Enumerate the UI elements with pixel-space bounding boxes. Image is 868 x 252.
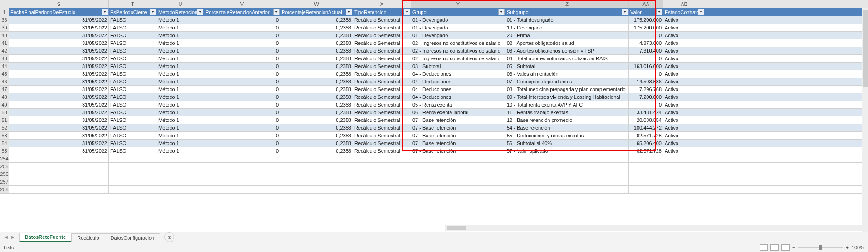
cell-W[interactable]: 0,2358 (280, 147, 353, 155)
cell-Y[interactable]: 02 - Ingresos no constitutivos de salari… (411, 47, 505, 54)
cell-V[interactable] (204, 178, 280, 185)
cell-W[interactable]: 0,2358 (280, 32, 353, 39)
header-cell-Z[interactable]: Subgrupo (505, 8, 629, 16)
filter-dropdown-icon[interactable] (150, 9, 156, 15)
cell-X[interactable]: Recálculo Semestral (353, 39, 411, 47)
cell-S[interactable]: 31/05/2022 (9, 32, 109, 39)
cell-Z[interactable]: 07 - Conceptos dependientes (505, 78, 629, 85)
table-row[interactable]: 5131/05/2022FALSOMétodo 100,2358Recálcul… (0, 116, 868, 124)
cell-S[interactable] (9, 170, 109, 178)
cell-W[interactable]: 0,2358 (280, 140, 353, 147)
cell-AA[interactable]: 14.593.536 (629, 78, 663, 85)
view-normal-button[interactable] (760, 244, 768, 251)
cell-Z[interactable]: 08 - Total medicina prepagada y plan com… (505, 86, 629, 93)
cell-AA[interactable]: 163.016.000 (629, 63, 663, 70)
cell-Y[interactable] (411, 178, 505, 185)
column-letter-Y[interactable]: Y (411, 0, 505, 8)
cell-Y[interactable]: 07 - Base retención (411, 140, 505, 147)
filter-dropdown-icon[interactable] (404, 9, 410, 15)
table-row[interactable]: 5431/05/2022FALSOMétodo 100,2358Recálcul… (0, 140, 868, 147)
cell-W[interactable]: 0,2358 (280, 70, 353, 78)
cell-S[interactable]: 31/05/2022 (9, 101, 109, 108)
table-row[interactable]: 5331/05/2022FALSOMétodo 100,2358Recálcul… (0, 132, 868, 140)
cell-T[interactable]: FALSO (109, 116, 157, 124)
cell-X[interactable] (353, 178, 411, 185)
row-number[interactable]: 42 (0, 47, 9, 54)
data-grid[interactable]: 3831/05/2022FALSOMétodo 100,2358Recálcul… (0, 16, 868, 194)
cell-W[interactable]: 0,2358 (280, 24, 353, 31)
zoom-control[interactable]: − + 100% (792, 245, 864, 250)
cell-Y[interactable] (411, 186, 505, 193)
header-cell-W[interactable]: PorcentajeRetencionActual (280, 8, 353, 16)
table-row[interactable]: 4831/05/2022FALSOMétodo 100,2358Recálcul… (0, 93, 868, 101)
cell-AA[interactable]: 0 (629, 32, 663, 39)
cell-S[interactable] (9, 155, 109, 162)
cell-S[interactable] (9, 186, 109, 193)
cell-AB[interactable]: Activo (663, 86, 705, 93)
filter-dropdown-icon[interactable] (498, 9, 505, 15)
cell-AB[interactable]: Activo (663, 93, 705, 101)
zoom-slider-thumb[interactable] (819, 245, 822, 250)
cell-T[interactable]: FALSO (109, 32, 157, 39)
cell-U[interactable]: Método 1 (157, 39, 204, 47)
cell-V[interactable]: 0 (204, 16, 280, 24)
cell-S[interactable]: 31/05/2022 (9, 63, 109, 70)
cell-U[interactable]: Método 1 (157, 132, 204, 139)
cell-V[interactable]: 0 (204, 124, 280, 131)
column-letter-S[interactable]: S (9, 0, 109, 8)
row-number[interactable]: 54 (0, 140, 9, 147)
header-cell-AB[interactable]: EstadoContrato (663, 8, 705, 16)
cell-Z[interactable]: 11 - Rentas trabajo exentas (505, 109, 629, 116)
cell-V[interactable] (204, 186, 280, 193)
cell-U[interactable]: Método 1 (157, 124, 204, 131)
cell-U[interactable]: Método 1 (157, 101, 204, 108)
cell-AA[interactable] (629, 163, 663, 170)
cell-AB[interactable]: Activo (663, 16, 705, 24)
cell-U[interactable] (157, 178, 204, 185)
cell-U[interactable]: Método 1 (157, 47, 204, 54)
table-row[interactable]: 4331/05/2022FALSOMétodo 100,2358Recálcul… (0, 55, 868, 63)
cell-Y[interactable]: 02 - Ingresos no constitutivos de salari… (411, 55, 505, 62)
row-number[interactable]: 255 (0, 163, 9, 170)
cell-U[interactable] (157, 186, 204, 193)
cell-W[interactable]: 0,2358 (280, 55, 353, 62)
cell-AB[interactable]: Activo (663, 132, 705, 139)
cell-T[interactable]: FALSO (109, 109, 157, 116)
filter-dropdown-icon[interactable] (698, 9, 704, 15)
cell-AB[interactable]: Activo (663, 32, 705, 39)
cell-AA[interactable]: 7.200.000 (629, 93, 663, 101)
table-row[interactable]: 5031/05/2022FALSOMétodo 100,2358Recálcul… (0, 109, 868, 116)
column-letter-W[interactable]: W (280, 0, 353, 8)
filter-dropdown-icon[interactable] (622, 9, 628, 15)
cell-X[interactable]: Recálculo Semestral (353, 70, 411, 78)
cell-AB[interactable] (663, 178, 705, 185)
cell-S[interactable]: 31/05/2022 (9, 70, 109, 78)
view-page-break-button[interactable] (781, 244, 790, 251)
row-number[interactable]: 48 (0, 93, 9, 101)
column-letter-V[interactable]: V (204, 0, 280, 8)
cell-Z[interactable]: 04 - Total aportes voluntarios cotizació… (505, 55, 629, 62)
table-row[interactable]: 3931/05/2022FALSOMétodo 100,2358Recálcul… (0, 24, 868, 32)
cell-Y[interactable]: 01 - Devengado (411, 32, 505, 39)
tab-nav-buttons[interactable]: ◄ ► (0, 234, 19, 240)
cell-AA[interactable]: 0 (629, 70, 663, 78)
cell-Y[interactable]: 02 - Ingresos no constitutivos de salari… (411, 39, 505, 47)
cell-X[interactable]: Recálculo Semestral (353, 16, 411, 24)
cell-AA[interactable]: 7.310.400 (629, 47, 663, 54)
cell-AA[interactable]: 4.873.600 (629, 39, 663, 47)
cell-Z[interactable]: 55 - Deducciones y rentas exentas (505, 132, 629, 139)
cell-Z[interactable] (505, 163, 629, 170)
cell-S[interactable]: 31/05/2022 (9, 147, 109, 155)
cell-S[interactable]: 31/05/2022 (9, 78, 109, 85)
filter-dropdown-icon[interactable] (197, 9, 203, 15)
cell-U[interactable]: Método 1 (157, 109, 204, 116)
cell-Y[interactable]: 07 - Base retención (411, 147, 505, 155)
cell-X[interactable]: Recálculo Semestral (353, 24, 411, 31)
cell-T[interactable] (109, 178, 157, 185)
cell-T[interactable] (109, 170, 157, 178)
cell-V[interactable]: 0 (204, 47, 280, 54)
header-cell-T[interactable]: EsPeriodoCierre (109, 8, 157, 16)
table-row[interactable]: 4231/05/2022FALSOMétodo 100,2358Recálcul… (0, 47, 868, 55)
cell-Y[interactable]: 01 - Devengado (411, 16, 505, 24)
cell-W[interactable] (280, 186, 353, 193)
